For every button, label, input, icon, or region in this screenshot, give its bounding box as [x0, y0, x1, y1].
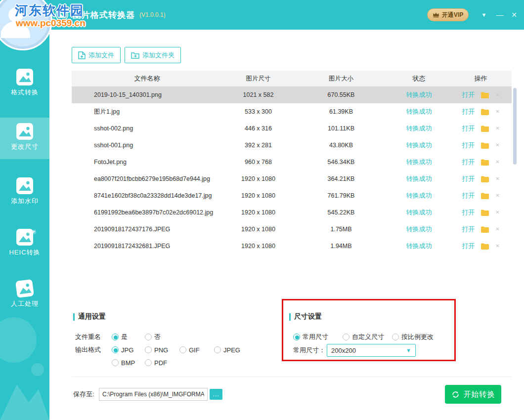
radio-option-label: 按比例更改: [401, 333, 434, 341]
cell-operations: 打开 ✕: [450, 187, 512, 204]
watermark-image-icon: [15, 176, 34, 195]
folder-icon[interactable]: [481, 226, 489, 233]
app-logo-icon: [55, 8, 68, 21]
open-link[interactable]: 打开: [462, 154, 475, 170]
divider: [72, 377, 512, 377]
cell-filesize: 43.80KB: [294, 137, 388, 154]
table-row[interactable]: 2019-10-15_140301.png 1021 x 582 670.55K…: [72, 86, 512, 103]
folder-icon[interactable]: [481, 92, 489, 98]
menu-caret-icon[interactable]: ▼: [478, 0, 490, 30]
cell-dimensions: 533 x 300: [222, 103, 294, 120]
table-row[interactable]: FotoJet.png 960 x 768 546.34KB 转换成功 打开 ✕: [72, 154, 512, 170]
radio-option-常用尺寸[interactable]: 常用尺寸: [293, 332, 343, 342]
folder-icon[interactable]: [481, 243, 489, 250]
remove-file-icon[interactable]: ✕: [495, 109, 499, 114]
open-link[interactable]: 打开: [462, 221, 475, 238]
table-row[interactable]: sshot-002.png 446 x 316 101.11KB 转换成功 打开…: [72, 120, 512, 137]
folder-icon[interactable]: [481, 210, 489, 216]
table-row[interactable]: ea8007f201fbcbb6279e195b68d7e944.jpg 192…: [72, 170, 512, 187]
add-folder-button[interactable]: 添加文件夹: [125, 47, 181, 63]
open-link[interactable]: 打开: [462, 86, 475, 103]
sidebar-item-watermark[interactable]: 添加水印: [0, 172, 49, 213]
vip-button[interactable]: 开通VIP: [427, 8, 469, 21]
radio-checked-icon: [293, 334, 300, 340]
sidebar-decoration: [0, 311, 49, 420]
folder-icon[interactable]: [481, 109, 489, 115]
cell-dimensions: 1920 x 1080: [222, 221, 294, 238]
scrollbar-thumb[interactable]: [513, 88, 517, 165]
open-link[interactable]: 打开: [462, 137, 475, 154]
folder-icon[interactable]: [481, 142, 489, 149]
open-link[interactable]: 打开: [462, 238, 475, 254]
close-button[interactable]: ✕: [507, 0, 521, 30]
header-operations: 操作: [450, 71, 512, 86]
common-size-row: 常用尺寸： 200x200 ▼: [293, 344, 416, 357]
radio-unchecked-icon: [145, 334, 152, 340]
image-icon: [15, 68, 34, 86]
open-link[interactable]: 打开: [462, 103, 475, 120]
open-link[interactable]: 打开: [462, 120, 475, 137]
remove-file-icon[interactable]: ✕: [495, 92, 499, 97]
table-row[interactable]: 20190918172432681.JPEG 1920 x 1080 1.94M…: [72, 238, 512, 254]
cell-filename: 61991992bea6be3897b7c02e2dc69012.jpg: [72, 204, 222, 221]
remove-file-icon[interactable]: ✕: [495, 160, 499, 165]
sidebar-item-manual[interactable]: 人工处理: [0, 275, 49, 316]
open-link[interactable]: 打开: [462, 170, 475, 187]
resize-image-icon: [15, 122, 34, 141]
table-row[interactable]: 61991992bea6be3897b7c02e2dc69012.jpg 192…: [72, 204, 512, 221]
sidebar-item-heic[interactable]: VIP HEIC转换: [0, 223, 49, 265]
table-row[interactable]: sshot-001.png 392 x 281 43.80KB 转换成功 打开 …: [72, 137, 512, 154]
table-row[interactable]: 图片1.jpg 533 x 300 61.39KB 转换成功 打开 ✕: [72, 103, 512, 120]
remove-file-icon[interactable]: ✕: [495, 176, 499, 181]
open-link[interactable]: 打开: [462, 204, 475, 221]
radio-option-否[interactable]: 否: [145, 332, 179, 342]
minimize-button[interactable]: —: [493, 0, 506, 30]
cell-filesize: 1.75MB: [294, 221, 388, 238]
radio-option-label: PDF: [154, 359, 167, 367]
start-convert-button[interactable]: 开始转换: [445, 385, 501, 404]
format-row: 输出格式 JPGPNGGIFJPEGBMPPDF: [75, 345, 254, 368]
radio-unchecked-icon: [145, 346, 152, 353]
radio-option-PNG[interactable]: PNG: [145, 345, 179, 355]
remove-file-icon[interactable]: ✕: [495, 143, 499, 148]
folder-icon[interactable]: [481, 126, 489, 132]
radio-option-JPEG[interactable]: JPEG: [214, 345, 254, 355]
radio-option-是[interactable]: 是: [112, 332, 145, 342]
cell-filesize: 101.11KB: [294, 120, 388, 137]
add-file-icon: [78, 51, 86, 59]
add-file-button[interactable]: 添加文件: [72, 47, 121, 63]
sidebar-item-resize[interactable]: 更改尺寸: [0, 118, 49, 159]
remove-file-icon[interactable]: ✕: [495, 193, 499, 198]
table-row[interactable]: 20190918172437176.JPEG 1920 x 1080 1.75M…: [72, 221, 512, 238]
open-link[interactable]: 打开: [462, 187, 475, 204]
remove-file-icon[interactable]: ✕: [495, 126, 499, 131]
cell-filesize: 545.22KB: [294, 204, 388, 221]
format-options: JPGPNGGIFJPEGBMPPDF: [112, 345, 254, 368]
remove-file-icon[interactable]: ✕: [495, 227, 499, 232]
radio-checked-icon: [112, 334, 119, 340]
titlebar: 图片格式转换器 (V1.0.0.1) 开通VIP ▼ — ✕: [0, 0, 524, 30]
remove-file-icon[interactable]: ✕: [495, 210, 499, 215]
app-version: (V1.0.0.1): [139, 11, 166, 18]
rename-options: 是否: [112, 332, 179, 342]
save-path-input[interactable]: [99, 388, 208, 401]
radio-option-BMP[interactable]: BMP: [112, 358, 145, 368]
folder-icon[interactable]: [481, 176, 489, 182]
sidebar-item-format-convert[interactable]: 格式转换: [0, 63, 49, 105]
radio-option-GIF[interactable]: GIF: [179, 345, 214, 355]
radio-option-PDF[interactable]: PDF: [145, 358, 179, 368]
sidebar-item-label: 格式转换: [0, 88, 49, 97]
general-settings-title-text: 通用设置: [78, 312, 106, 321]
radio-option-按比例更改[interactable]: 按比例更改: [392, 332, 441, 342]
radio-option-自定义尺寸[interactable]: 自定义尺寸: [343, 332, 392, 342]
radio-option-JPG[interactable]: JPG: [112, 345, 145, 355]
cell-filename: 20190918172432681.JPEG: [72, 238, 222, 254]
folder-icon[interactable]: [481, 193, 489, 199]
cell-filename: FotoJet.png: [72, 154, 222, 170]
table-row[interactable]: 8741e1602bf38c0a23328dd14de3de17.jpg 192…: [72, 187, 512, 204]
folder-icon[interactable]: [481, 159, 489, 166]
browse-button[interactable]: ...: [210, 389, 222, 400]
remove-file-icon[interactable]: ✕: [495, 244, 499, 249]
common-size-dropdown[interactable]: 200x200 ▼: [327, 344, 416, 357]
cell-filesize: 61.39KB: [294, 103, 388, 120]
